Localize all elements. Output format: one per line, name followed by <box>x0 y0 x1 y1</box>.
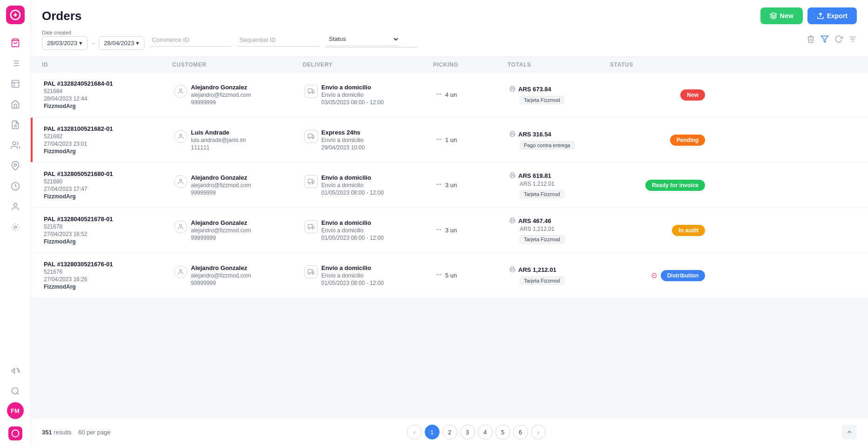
delivery-cell: Express 24hs Envío a domicilio 29/04/202… <box>305 129 435 151</box>
customer-email: luis.andrade@janis.im <box>191 137 246 143</box>
sidebar-item-cart[interactable] <box>6 34 25 52</box>
svg-rect-41 <box>308 179 312 183</box>
customer-avatar-icon <box>174 130 187 143</box>
payment-badge: Tarjeta Fizzmod <box>520 277 564 285</box>
sidebar-item-megaphone[interactable] <box>6 361 25 380</box>
truck-icon <box>305 175 318 188</box>
footer: 351 results 60 per page ‹ 1 2 3 4 5 6 › <box>31 418 868 446</box>
order-id: PAL #1328100521682-01 <box>44 125 174 132</box>
filters-row: Date created 28/03/2023 ▾ → 28/04/2023 ▾ <box>42 30 857 56</box>
svg-rect-23 <box>308 89 312 93</box>
svg-marker-33 <box>312 135 314 138</box>
svg-line-16 <box>17 393 19 395</box>
sidebar-item-analytics[interactable] <box>6 74 25 93</box>
receipt-icon <box>509 217 515 225</box>
user-avatar[interactable]: FM <box>7 402 24 419</box>
svg-marker-42 <box>312 181 314 183</box>
total-main: ARS 619.81 <box>509 172 612 180</box>
truck-icon <box>305 130 318 143</box>
delivery-cell: Envío a domicilio Envío a domicilio 01/0… <box>305 174 435 196</box>
sidebar-item-finance[interactable] <box>6 177 25 196</box>
delivery-cell: Envío a domicilio Envío a domicilio 03/0… <box>305 84 435 106</box>
svg-point-64 <box>436 274 437 275</box>
picking-count: 4 un <box>445 91 457 98</box>
date-to-button[interactable]: 28/04/2023 ▾ <box>99 36 144 50</box>
status-badge: In audit <box>672 225 705 236</box>
order-id: PAL #1328040521678-01 <box>44 216 174 223</box>
logo <box>6 6 25 24</box>
date-from-button[interactable]: 28/03/2023 ▾ <box>42 36 88 50</box>
customer-cell: Alejandro Gonzalez alejandro@fizzmod.com… <box>174 174 305 196</box>
customer-name: Alejandro Gonzalez <box>191 84 251 91</box>
customer-cell: Alejandro Gonzalez alejandro@fizzmod.com… <box>174 264 305 286</box>
svg-point-22 <box>180 89 182 91</box>
page-4-button[interactable]: 4 <box>478 425 493 439</box>
date-label: Date created <box>42 30 144 35</box>
scroll-top-button[interactable] <box>842 425 857 439</box>
sidebar-item-settings[interactable] <box>6 218 25 237</box>
status-badge: Pending <box>670 135 705 146</box>
prev-page-button[interactable]: ‹ <box>407 425 422 439</box>
svg-point-46 <box>436 184 437 184</box>
receipt-icon <box>509 131 515 138</box>
receipt-icon <box>509 172 515 180</box>
delete-filter-icon[interactable] <box>807 35 815 45</box>
page-3-button[interactable]: 3 <box>460 425 475 439</box>
next-page-button[interactable]: › <box>531 425 546 439</box>
order-id-cell: PAL #1328100521682-01 521682 27/04/2023 … <box>44 125 174 155</box>
order-company: FizzmodArg <box>44 193 174 200</box>
customer-cell: Luis Andrade luis.andrade@janis.im 11111… <box>174 129 305 151</box>
results-info: 351 results 60 per page <box>42 429 110 436</box>
payment-badge: Pago contra entrega <box>520 141 575 149</box>
picking-icon <box>435 181 442 189</box>
page-5-button[interactable]: 5 <box>495 425 510 439</box>
table-row[interactable]: PAL #1328100521682-01 521682 27/04/2023 … <box>31 118 868 162</box>
sidebar-item-orders[interactable] <box>6 115 25 134</box>
sequential-id-input[interactable] <box>237 34 319 47</box>
order-company: FizzmodArg <box>44 284 174 290</box>
svg-point-10 <box>13 142 16 145</box>
warning-icon: ⊙ <box>651 271 657 280</box>
filter-icons <box>807 35 857 45</box>
svg-marker-18 <box>821 36 828 42</box>
commerce-id-input[interactable] <box>150 34 232 47</box>
results-label: results <box>54 429 71 436</box>
table-row[interactable]: PAL #1328040521678-01 521678 27/04/2023 … <box>31 208 868 252</box>
picking-count: 3 un <box>445 227 457 234</box>
col-status: Status <box>610 61 703 68</box>
sidebar-item-home[interactable] <box>6 95 25 114</box>
customer-phone: 99999999 <box>191 189 251 196</box>
sidebar-item-sliders[interactable] <box>6 54 25 73</box>
svg-rect-39 <box>511 134 514 136</box>
status-cell: In audit <box>612 225 705 236</box>
refresh-icon[interactable] <box>834 35 843 45</box>
table-row[interactable]: PAL #1328050521680-01 521680 27/04/2023 … <box>31 163 868 207</box>
totals-cell: ARS 316.54 Pago contra entrega <box>509 131 612 149</box>
sidebar-item-contacts[interactable] <box>6 136 25 155</box>
picking-cell: 5 un <box>435 271 509 280</box>
table-row[interactable]: PAL #1328030521676-01 521676 27/04/2023 … <box>31 253 868 297</box>
main-content: Orders New Export Dat <box>31 0 868 446</box>
page-6-button[interactable]: 6 <box>513 425 528 439</box>
page-2-button[interactable]: 2 <box>442 425 457 439</box>
status-select[interactable]: Status New Pending Ready for invoice In … <box>325 32 400 46</box>
filter-icon[interactable] <box>821 35 829 45</box>
export-button[interactable]: Export <box>807 7 857 24</box>
delivery-cell: Envío a domicilio Envío a domicilio 01/0… <box>305 219 435 241</box>
order-date: 27/04/2023 23:01 <box>44 141 174 147</box>
delivery-type: Envío a domicilio <box>321 84 384 91</box>
page-1-button[interactable]: 1 <box>425 425 440 439</box>
sidebar-item-search[interactable] <box>6 382 25 400</box>
new-button[interactable]: New <box>760 7 803 24</box>
table-row[interactable]: PAL #1328240521684-01 521684 28/04/2023 … <box>31 73 868 117</box>
order-company: FizzmodArg <box>44 103 174 109</box>
sidebar-item-users[interactable] <box>6 197 25 216</box>
svg-point-34 <box>309 137 310 139</box>
sidebar-item-location[interactable] <box>6 156 25 175</box>
customer-name: Alejandro Gonzalez <box>191 264 251 271</box>
svg-point-55 <box>436 229 437 230</box>
svg-marker-51 <box>312 226 314 228</box>
sort-icon[interactable] <box>848 35 857 45</box>
customer-cell: Alejandro Gonzalez alejandro@fizzmod.com… <box>174 219 305 241</box>
svg-point-29 <box>440 94 441 94</box>
